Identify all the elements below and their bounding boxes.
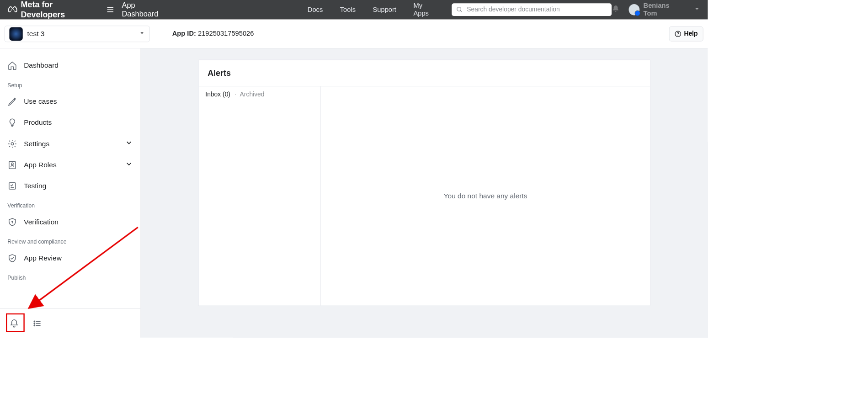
svg-point-5 — [11, 163, 13, 165]
sidebar-item-approles[interactable]: App Roles — [0, 154, 140, 175]
alerts-sidebar: Inbox (0) · Archived — [199, 86, 321, 305]
nav-docs[interactable]: Docs — [308, 6, 323, 14]
top-header: Meta for Developers App Dashboard Docs T… — [0, 0, 708, 19]
app-name: test 3 — [27, 30, 135, 38]
app-id-value: 219250317595026 — [198, 30, 254, 37]
svg-point-8 — [34, 321, 35, 322]
svg-point-0 — [457, 7, 461, 11]
inbox-tab[interactable]: Inbox (0) — [205, 91, 230, 98]
checklist-icon — [7, 181, 17, 191]
alerts-tabs: Inbox (0) · Archived — [199, 86, 321, 103]
svg-point-7 — [12, 221, 13, 222]
topbar-right: Benians Tom — [612, 2, 700, 17]
sidebar-item-label: Dashboard — [24, 62, 59, 70]
sidebar-section-setup: Setup — [0, 76, 140, 91]
annotation-highlight — [6, 313, 25, 332]
sidebar-item-label: Use cases — [24, 98, 57, 106]
sidebar-item-settings[interactable]: Settings — [0, 133, 140, 154]
lightbulb-icon — [7, 118, 17, 127]
sidebar-item-appreview[interactable]: App Review — [0, 248, 140, 269]
sidebar-item-label: Products — [24, 118, 52, 127]
caret-down-icon — [139, 30, 145, 36]
svg-point-3 — [11, 143, 13, 145]
activity-log-button[interactable] — [29, 315, 46, 331]
help-icon — [675, 30, 682, 37]
sidebar-item-label: Verification — [24, 218, 59, 226]
alerts-card: Alerts Inbox (0) · Archived You do not h… — [198, 59, 650, 306]
sidebar-item-label: Testing — [24, 182, 46, 190]
app-switcher[interactable]: test 3 — [5, 26, 150, 42]
brand-text: Meta for Developers — [21, 0, 99, 19]
sidebar-item-products[interactable]: Products — [0, 112, 140, 133]
gear-icon — [7, 139, 17, 149]
sidebar-section-verification: Verification — [0, 196, 140, 212]
app-id: App ID: 219250317595026 — [172, 30, 254, 37]
sidebar-item-testing[interactable]: Testing — [0, 175, 140, 196]
app-id-label: App ID: — [172, 30, 196, 37]
help-label: Help — [684, 30, 698, 37]
user-name: Benians Tom — [644, 2, 685, 17]
home-icon — [7, 61, 17, 70]
pencil-icon — [7, 97, 17, 106]
app-switcher-caret — [139, 30, 145, 37]
meta-icon — [7, 5, 18, 15]
app-icon — [9, 27, 22, 40]
chevron-down-icon — [125, 160, 133, 168]
list-icon — [32, 318, 42, 328]
sidebar-section-review: Review and compliance — [0, 233, 140, 248]
notifications-button[interactable] — [612, 5, 620, 15]
search-icon — [456, 6, 463, 13]
topbar-left: Meta for Developers App Dashboard — [7, 0, 173, 19]
sidebar-item-usecases[interactable]: Use cases — [0, 91, 140, 112]
main-layout: Dashboard Setup Use cases Products Setti… — [0, 48, 708, 338]
sidebar-item-label: Settings — [24, 139, 49, 148]
chevron-down-icon — [125, 138, 133, 147]
alerts-title: Alerts — [199, 60, 650, 86]
alerts-body: Inbox (0) · Archived You do not have any… — [199, 86, 650, 305]
nav-support[interactable]: Support — [373, 6, 396, 14]
badge-icon — [7, 160, 17, 170]
user-caret[interactable] — [693, 5, 700, 14]
expand-caret — [125, 160, 133, 170]
menu-icon — [106, 5, 114, 14]
separator: · — [234, 91, 236, 98]
sidebar: Dashboard Setup Use cases Products Setti… — [0, 48, 141, 338]
sidebar-item-label: App Review — [24, 254, 62, 262]
search-box[interactable] — [452, 3, 612, 16]
bell-icon — [612, 5, 620, 13]
empty-state: You do not have any alerts — [444, 192, 527, 200]
user-menu[interactable]: Benians Tom — [628, 2, 685, 17]
page-title: App Dashboard — [122, 1, 174, 18]
chevron-down-icon — [693, 5, 700, 12]
search-input[interactable] — [467, 6, 607, 13]
svg-rect-6 — [9, 183, 16, 189]
main-content: Alerts Inbox (0) · Archived You do not h… — [141, 48, 708, 338]
sidebar-nav: Dashboard Setup Use cases Products Setti… — [0, 48, 140, 308]
nav-tools[interactable]: Tools — [340, 6, 356, 14]
expand-caret — [125, 138, 133, 149]
svg-point-2 — [678, 35, 678, 35]
shield-check-icon — [7, 253, 17, 263]
meta-logo[interactable]: Meta for Developers — [7, 0, 99, 19]
archived-tab[interactable]: Archived — [240, 91, 265, 98]
sidebar-item-verification[interactable]: Verification — [0, 212, 140, 233]
alerts-detail: You do not have any alerts — [321, 86, 650, 305]
sidebar-item-label: App Roles — [24, 161, 56, 169]
app-subheader: test 3 App ID: 219250317595026 Help — [0, 19, 708, 48]
svg-point-9 — [34, 323, 35, 324]
sidebar-section-publish: Publish — [0, 269, 140, 284]
help-button[interactable]: Help — [669, 26, 703, 41]
nav-myapps[interactable]: My Apps — [413, 2, 438, 17]
hamburger-menu[interactable] — [106, 5, 114, 14]
avatar — [628, 4, 639, 15]
top-nav: Docs Tools Support My Apps — [308, 2, 439, 17]
sidebar-item-dashboard[interactable]: Dashboard — [0, 55, 140, 76]
shield-key-icon — [7, 217, 17, 227]
svg-point-10 — [34, 325, 35, 326]
